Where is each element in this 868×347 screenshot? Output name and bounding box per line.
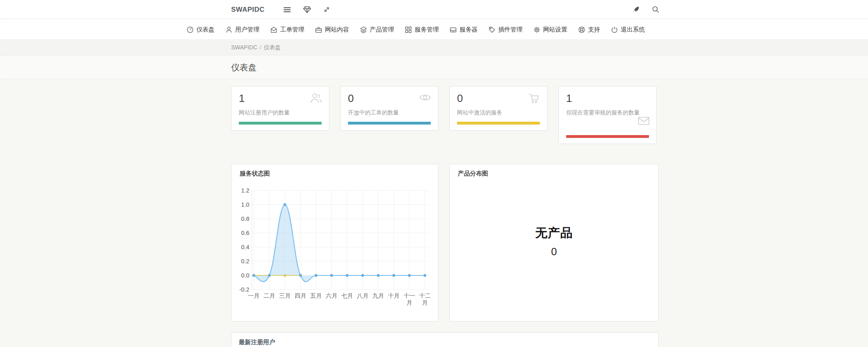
- svg-text:0.4: 0.4: [241, 244, 249, 250]
- nav-item-services[interactable]: 服务管理: [405, 26, 439, 34]
- stat-value: 1: [566, 92, 649, 105]
- service-chart-title: 服务状态图: [240, 170, 270, 178]
- breadcrumb-root[interactable]: SWAPIDC: [231, 44, 257, 51]
- nav-item-logout[interactable]: 退出系统: [611, 26, 645, 34]
- user-icon: [225, 26, 232, 33]
- x-axis-label: 三月: [277, 292, 293, 299]
- stat-label: 你现在需要审核的服务的数量: [566, 108, 649, 116]
- gear-icon: [533, 26, 540, 33]
- latest-users-panel: 最新注册用户: [231, 332, 659, 347]
- stat-underline: [566, 135, 649, 138]
- svg-text:0.8: 0.8: [241, 216, 249, 222]
- x-axis-label: 四月: [293, 292, 308, 299]
- stat-card-services: 0 网站中激活的服务: [449, 86, 548, 131]
- stat-label: 网站中激活的服务: [457, 108, 540, 116]
- page-title: 仪表盘: [231, 62, 257, 73]
- layers-icon: [360, 26, 367, 33]
- users-icon: [310, 92, 322, 104]
- nav-item-support[interactable]: 支持: [578, 26, 600, 34]
- chart-x-axis-labels: 一月二月三月四月五月六月七月八月九月十月十一月十二月: [232, 292, 439, 311]
- x-axis-label: 十二月: [417, 292, 433, 307]
- x-axis-label: 九月: [371, 292, 386, 299]
- product-chart-panel: 产品分布图 无产品 0: [449, 164, 659, 322]
- nav-item-settings[interactable]: 网站设置: [533, 26, 567, 34]
- stat-underline: [348, 122, 431, 125]
- x-axis-label: 六月: [324, 292, 339, 299]
- svg-text:0.0: 0.0: [241, 272, 249, 279]
- main-nav: 仪表盘 用户管理 工单管理 网站内容 产品管理 服务管理 服务器 插件管理: [0, 19, 868, 40]
- topbar: SWAPIDC: [0, 0, 868, 19]
- grid-icon: [405, 26, 412, 33]
- service-chart-panel: 服务状态图 -0.20.00.20.40.60.81.01.2 一月二月三月四月…: [231, 164, 438, 322]
- breadcrumb-bar: SWAPIDC/仪表盘: [0, 40, 868, 55]
- latest-users-title: 最新注册用户: [239, 339, 275, 346]
- server-icon: [450, 26, 457, 33]
- content-area: 1 网站注册用户的数量 0 开放中的工单的数量 0 网站中激活的服务 1 你现在…: [0, 80, 868, 347]
- search-icon[interactable]: [652, 6, 659, 13]
- lifebuoy-icon: [578, 26, 585, 33]
- menu-icon[interactable]: [283, 6, 291, 13]
- stat-label: 网站注册用户的数量: [239, 108, 322, 116]
- product-chart-title: 产品分布图: [458, 170, 488, 178]
- power-icon: [611, 26, 618, 33]
- expand-icon[interactable]: [323, 6, 330, 13]
- rocket-icon[interactable]: [632, 6, 640, 14]
- breadcrumb-current: 仪表盘: [264, 44, 281, 51]
- svg-text:0.2: 0.2: [241, 258, 249, 264]
- stat-card-pending: 1 你现在需要审核的服务的数量: [558, 86, 657, 144]
- stat-card-users: 1 网站注册用户的数量: [231, 86, 329, 131]
- x-axis-label: 五月: [308, 292, 324, 299]
- no-product-text: 无产品: [450, 225, 658, 241]
- x-axis-label: 十一月: [402, 292, 417, 307]
- cart-icon: [528, 92, 541, 104]
- svg-text:1.2: 1.2: [241, 187, 249, 194]
- svg-text:-0.2: -0.2: [239, 286, 249, 292]
- envelope-icon: [638, 116, 650, 126]
- nav-item-tickets[interactable]: 工单管理: [270, 26, 304, 34]
- ticket-icon: [270, 26, 277, 33]
- nav-item-content[interactable]: 网站内容: [315, 26, 349, 34]
- x-axis-label: 十月: [386, 292, 402, 299]
- gem-icon[interactable]: [303, 6, 311, 13]
- svg-text:0.6: 0.6: [241, 230, 249, 236]
- stat-underline: [239, 122, 322, 125]
- breadcrumb: SWAPIDC/仪表盘: [231, 44, 281, 51]
- x-axis-label: 七月: [339, 292, 355, 299]
- eye-icon: [419, 92, 432, 103]
- stat-card-tickets: 0 开放中的工单的数量: [340, 86, 438, 131]
- gauge-icon: [187, 26, 194, 33]
- briefcase-icon: [315, 26, 322, 33]
- no-product-count: 0: [450, 245, 658, 258]
- x-axis-label: 一月: [246, 292, 261, 299]
- nav-item-users[interactable]: 用户管理: [225, 26, 259, 34]
- tag-icon: [489, 26, 495, 33]
- stat-label: 开放中的工单的数量: [348, 108, 431, 116]
- nav-item-servers[interactable]: 服务器: [450, 26, 478, 34]
- nav-item-plugins[interactable]: 插件管理: [489, 26, 522, 34]
- title-bar: 仪表盘: [0, 56, 868, 79]
- nav-item-products[interactable]: 产品管理: [360, 26, 394, 34]
- svg-text:1.0: 1.0: [241, 201, 249, 208]
- x-axis-label: 二月: [262, 292, 277, 299]
- stat-underline: [457, 122, 540, 125]
- service-status-chart[interactable]: -0.20.00.20.40.60.81.01.2: [232, 184, 439, 292]
- brand-logo[interactable]: SWAPIDC: [231, 6, 265, 14]
- x-axis-label: 八月: [355, 292, 371, 299]
- nav-item-dashboard[interactable]: 仪表盘: [187, 26, 215, 34]
